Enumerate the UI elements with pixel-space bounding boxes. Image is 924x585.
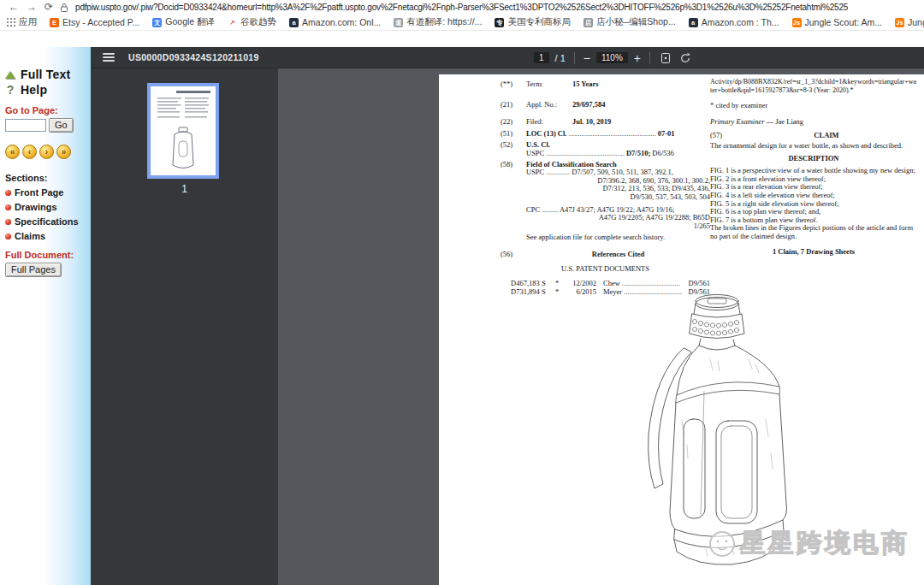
- apps-menu[interactable]: 应用: [7, 16, 37, 28]
- ref-star: *: [555, 288, 566, 297]
- zoom-in-button[interactable]: +: [634, 52, 641, 64]
- goto-page-label: Go to Page:: [5, 105, 91, 115]
- padlock-icon: [61, 3, 68, 12]
- next-page-button[interactable]: ›: [39, 145, 54, 159]
- appl-label: Appl. No.:: [526, 101, 572, 109]
- watermark: 星星跨境电商: [706, 526, 909, 561]
- pdf-toolbar: US0000D0933424S120211019 1 / 1 − 110% +: [91, 47, 924, 68]
- red-bullet-icon: [5, 204, 11, 210]
- rotate-icon[interactable]: [678, 51, 692, 65]
- bookmark-uspto[interactable]: 专 美国专利商标局: [495, 16, 571, 28]
- question-mark-icon: ?: [5, 83, 15, 97]
- sidebar-item-front-page[interactable]: Front Page: [5, 187, 91, 198]
- dot-leader: ........................................…: [569, 129, 656, 138]
- section-label: Claims: [15, 231, 45, 241]
- bookmark-label: 店小秘--编辑Shop...: [596, 16, 676, 28]
- full-text-toggle[interactable]: Full Text: [5, 68, 91, 81]
- bookmark-label: Jungle Scout Web...: [908, 17, 924, 27]
- uspc-label: USPC: [526, 149, 544, 157]
- field-code: (21): [500, 101, 526, 109]
- cited-reference-url: Activity/dp/B088BX832K/ref=sr_1_3?dchild…: [710, 78, 917, 94]
- sidebar-item-claims[interactable]: Claims: [5, 231, 91, 241]
- bookmark-etsy[interactable]: E Etsy - Accepted P...: [50, 17, 139, 27]
- first-page-button[interactable]: «: [5, 145, 20, 159]
- broken-lines-note: The broken lines in the Figures depict p…: [710, 224, 917, 240]
- document-title: US0000D0933424S120211019: [128, 52, 259, 62]
- patent-right-column: Activity/dp/B088BX832K/ref=sr_1_3?dchild…: [710, 74, 917, 256]
- go-button[interactable]: Go: [49, 118, 74, 133]
- last-page-button[interactable]: »: [56, 145, 71, 159]
- trends-favicon: ↗: [228, 18, 237, 27]
- field-code: (56): [500, 251, 526, 259]
- full-text-label: Full Text: [21, 68, 70, 81]
- bookmark-junglescout-1[interactable]: Js Jungle Scout: Am...: [792, 17, 882, 27]
- fulltext-sidebar: Full Text ? Help Go to Page: Go « ‹ › » …: [0, 47, 91, 585]
- fit-page-icon[interactable]: [659, 51, 672, 65]
- bookmark-google-trends[interactable]: ↗ 谷歌趋势: [228, 16, 276, 28]
- bookmarks-bar: 应用 E Etsy - Accepted P... 文 Google 翻译 ↗ …: [0, 15, 924, 31]
- patent-page: (**) Term:15 Years (21) Appl. No.:29/697…: [439, 74, 924, 585]
- page-top-margin: [0, 31, 924, 47]
- search-history-note: See application file for complete search…: [500, 233, 710, 242]
- prev-page-button[interactable]: ‹: [22, 145, 37, 159]
- bookmark-google-translate[interactable]: 文 Google 翻译: [152, 16, 215, 28]
- back-icon[interactable]: ←: [9, 0, 19, 15]
- amazon-favicon: a: [689, 18, 698, 27]
- zoom-out-button[interactable]: −: [583, 52, 590, 64]
- red-bullet-icon: [5, 233, 11, 239]
- url-field[interactable]: pdfpiw.uspto.gov/.piw?Docid=D0933424&hom…: [75, 3, 848, 12]
- filed-label: Filed:: [526, 118, 572, 127]
- bookmark-label: 有道翻译: https://...: [406, 16, 482, 28]
- amazon-favicon: a: [289, 18, 299, 27]
- youdao-favicon: 道: [394, 18, 403, 27]
- fos-cpc-line: 1/265: [500, 222, 710, 231]
- zoom-level-input[interactable]: 110%: [596, 52, 628, 63]
- appl-value: 29/697,584: [572, 100, 606, 109]
- term-value: 15 Years: [572, 80, 599, 88]
- goto-page-input[interactable]: [5, 119, 46, 132]
- dot-leader: ........................................…: [546, 149, 624, 157]
- thumbnail-panel: 1: [91, 68, 278, 585]
- sections-label: Sections:: [5, 173, 91, 183]
- bookmark-amazon-1[interactable]: a Amazon.com: Onl...: [289, 17, 381, 27]
- bookmark-youdao[interactable]: 道 有道翻译: https://...: [394, 16, 482, 28]
- section-label: Drawings: [15, 202, 57, 212]
- bookmark-junglescout-2[interactable]: Js Jungle Scout Web...: [895, 17, 924, 27]
- bookmark-amazon-2[interactable]: a Amazon.com : Th...: [689, 17, 779, 27]
- reload-icon[interactable]: ⟳: [44, 0, 53, 15]
- bookmark-label: 美国专利商标局: [507, 16, 571, 28]
- full-pages-button[interactable]: Full Pages: [5, 263, 62, 277]
- page-1-thumbnail-preview: [151, 86, 216, 175]
- fos-uspc-line: D9/530, 537, 543, 503, 504: [500, 193, 710, 202]
- bookmark-label: Etsy - Accepted P...: [62, 17, 139, 27]
- watermark-text: 星星跨境电商: [740, 526, 909, 561]
- help-label: Help: [21, 83, 47, 97]
- red-bullet-icon: [5, 190, 11, 196]
- page-1-thumbnail[interactable]: [147, 83, 219, 179]
- uspc-value: D7/510;: [626, 149, 650, 157]
- toolbar-divider: [649, 52, 650, 64]
- term-label: Term:: [526, 80, 572, 89]
- help-link[interactable]: ? Help: [5, 83, 91, 97]
- full-document-label: Full Document:: [5, 250, 91, 260]
- collapse-triangle-icon[interactable]: [5, 71, 15, 79]
- forward-icon[interactable]: →: [27, 0, 37, 15]
- bookmark-dianxiaomi[interactable]: 店 店小秘--编辑Shop...: [583, 16, 676, 28]
- examiner-name: — Jae Liang: [767, 117, 803, 126]
- uspto-favicon: 专: [495, 18, 504, 27]
- sidebar-item-drawings[interactable]: Drawings: [5, 202, 91, 212]
- menu-icon[interactable]: [103, 51, 115, 63]
- loc-value: 07-01: [658, 129, 675, 138]
- bookmark-label: Amazon.com : Th...: [702, 17, 779, 27]
- section-label: Specifications: [15, 216, 79, 227]
- page-number-input[interactable]: 1: [534, 52, 549, 63]
- examiner-label: Primary Examiner: [710, 117, 765, 126]
- description-heading: DESCRIPTION: [710, 155, 917, 163]
- fos-cpc-line: A47G 19/2205; A47G 19/2288; B65D: [500, 214, 710, 222]
- watermark-logo-icon: [706, 528, 738, 560]
- bookmark-label: Jungle Scout: Am...: [805, 17, 882, 27]
- bookmark-label: Google 翻译: [165, 16, 215, 28]
- thumbnail-page-number: 1: [91, 183, 278, 195]
- field-code: (51): [500, 130, 526, 139]
- sidebar-item-specifications[interactable]: Specifications: [5, 216, 91, 227]
